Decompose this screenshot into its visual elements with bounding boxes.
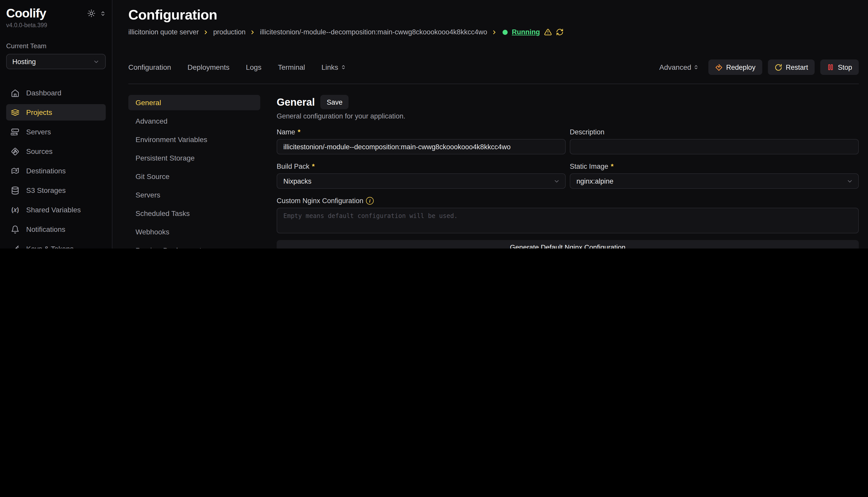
general-form: General Save General configuration for y…: [277, 95, 859, 248]
sidebar-item-sources[interactable]: Sources: [6, 143, 106, 159]
stop-pause-icon: [827, 63, 834, 71]
refresh-icon[interactable]: [556, 28, 564, 36]
nginx-config-textarea[interactable]: [277, 208, 859, 233]
braces-x-icon: (𝑥): [11, 205, 19, 214]
section-heading: General: [277, 96, 315, 108]
key-icon: [11, 244, 19, 248]
sidebar-item-keys-tokens[interactable]: Keys & Tokens: [6, 241, 106, 248]
info-icon[interactable]: i: [366, 197, 374, 205]
chevrons-up-down-icon: [693, 65, 698, 70]
server-icon: [11, 127, 19, 136]
chevron-down-icon: [846, 178, 853, 184]
redeploy-button[interactable]: Redeploy: [708, 59, 762, 75]
static-image-select[interactable]: nginx:alpine: [570, 173, 859, 189]
generate-nginx-button[interactable]: Generate Default Nginx Configuration: [277, 240, 859, 248]
chevrons-up-down-icon: [341, 65, 346, 70]
chevron-right-icon: [250, 29, 256, 35]
build-pack-select[interactable]: Nixpacks: [277, 173, 566, 189]
sidebar: Coolify v4.0.0-beta.399 Current Team Hos…: [0, 0, 112, 248]
chevron-right-icon: [203, 29, 209, 35]
sidebar-item-shared-variables[interactable]: (𝑥) Shared Variables: [6, 202, 106, 218]
status-badge[interactable]: Running: [512, 28, 540, 36]
chevron-down-icon: [553, 178, 560, 184]
bell-icon: [11, 225, 19, 233]
breadcrumb-project[interactable]: illicitonion quote server: [128, 28, 199, 36]
name-label: Name*: [277, 128, 566, 136]
tab-links[interactable]: Links: [321, 63, 346, 71]
chevron-right-icon: [491, 29, 497, 35]
settings-subnav: General Advanced Environment Variables P…: [128, 95, 260, 248]
subnav-servers[interactable]: Servers: [128, 187, 260, 203]
warning-icon[interactable]: [544, 28, 552, 36]
redeploy-icon: [715, 63, 722, 71]
toolbar-divider: [128, 84, 859, 84]
tab-bar: Configuration Deployments Logs Terminal …: [128, 63, 346, 71]
breadcrumb-environment[interactable]: production: [213, 28, 246, 36]
subnav-git-source[interactable]: Git Source: [128, 169, 260, 184]
subnav-advanced[interactable]: Advanced: [128, 113, 260, 129]
sidebar-item-s3-storages[interactable]: S3 Storages: [6, 182, 106, 198]
subnav-persistent-storage[interactable]: Persistent Storage: [128, 150, 260, 166]
map-icon: [11, 167, 19, 175]
name-input[interactable]: [277, 139, 566, 154]
description-input[interactable]: [570, 139, 859, 154]
app-logo[interactable]: Coolify: [6, 6, 46, 20]
nginx-config-label: Custom Nginx Configurationi: [277, 197, 859, 205]
description-label: Description: [570, 128, 859, 136]
sidebar-item-projects[interactable]: Projects: [6, 104, 106, 120]
main-content: Configuration illicitonion quote server …: [112, 0, 868, 248]
app-window: Coolify v4.0.0-beta.399 Current Team Hos…: [0, 0, 868, 248]
page-title: Configuration: [128, 7, 859, 23]
git-source-icon: [11, 147, 19, 156]
sidebar-item-notifications[interactable]: Notifications: [6, 221, 106, 238]
subnav-preview-deployments[interactable]: Preview Deployments: [128, 243, 260, 248]
subnav-general[interactable]: General: [128, 95, 260, 110]
static-image-label: Static Image*: [570, 162, 859, 170]
sidebar-item-servers[interactable]: Servers: [6, 124, 106, 140]
breadcrumb: illicitonion quote server production ill…: [128, 28, 859, 36]
sidebar-item-destinations[interactable]: Destinations: [6, 162, 106, 179]
advanced-dropdown[interactable]: Advanced: [659, 63, 699, 71]
current-team-label: Current Team: [6, 42, 106, 50]
tab-terminal[interactable]: Terminal: [278, 63, 305, 71]
toolbar-actions: Advanced Redeploy Restart Stop: [659, 59, 859, 75]
tab-configuration[interactable]: Configuration: [128, 63, 171, 71]
chevrons-up-down-icon[interactable]: [100, 11, 106, 16]
sidebar-nav: Dashboard Projects Servers Sources Desti…: [6, 85, 106, 248]
subnav-environment-variables[interactable]: Environment Variables: [128, 132, 260, 147]
restart-icon: [774, 63, 782, 71]
layers-icon: [11, 108, 19, 117]
restart-button[interactable]: Restart: [768, 59, 815, 75]
tab-logs[interactable]: Logs: [246, 63, 262, 71]
toolbar: Configuration Deployments Logs Terminal …: [128, 59, 859, 75]
chevron-down-icon: [93, 58, 100, 65]
stop-button[interactable]: Stop: [820, 59, 859, 75]
team-select[interactable]: Hosting: [6, 54, 106, 69]
tab-deployments[interactable]: Deployments: [188, 63, 230, 71]
subnav-scheduled-tasks[interactable]: Scheduled Tasks: [128, 206, 260, 221]
home-icon: [11, 88, 19, 97]
theme-sun-icon[interactable]: [87, 9, 95, 17]
breadcrumb-application[interactable]: illicitestonion/-module--decomposition:m…: [260, 28, 487, 36]
status-dot: [502, 29, 508, 34]
app-version: v4.0.0-beta.399: [6, 22, 106, 28]
build-pack-label: Build Pack*: [277, 162, 566, 170]
database-icon: [11, 186, 19, 195]
sidebar-item-dashboard[interactable]: Dashboard: [6, 85, 106, 101]
section-subtitle: General configuration for your applicati…: [277, 112, 859, 120]
save-button[interactable]: Save: [320, 95, 349, 109]
subnav-webhooks[interactable]: Webhooks: [128, 224, 260, 240]
